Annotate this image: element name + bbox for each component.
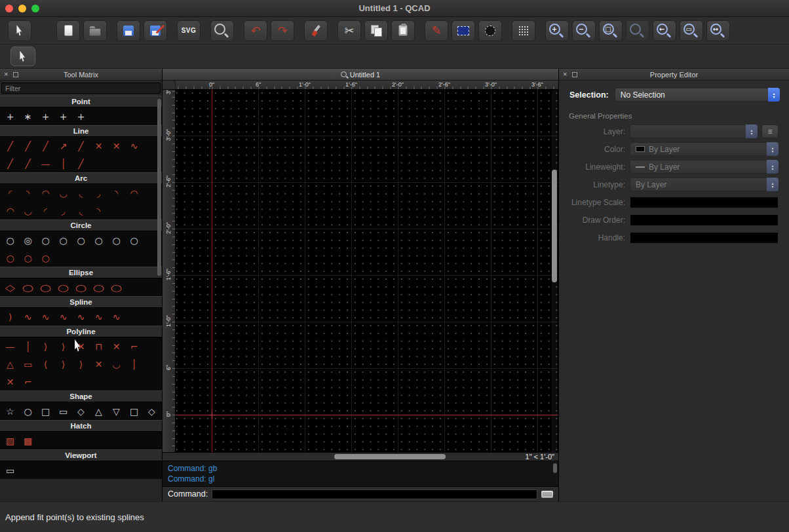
circle-tool-icon[interactable]: ○ [1,233,19,248]
circle-tool-icon[interactable]: ○ [107,233,125,248]
selection-rectangle-button[interactable] [452,20,475,41]
close-panel-icon[interactable]: × [4,71,8,78]
save-as-button[interactable] [144,20,167,41]
shape-tool-icon[interactable]: □ [125,404,143,419]
new-file-button[interactable] [56,20,80,41]
shape-tool-icon[interactable]: △ [90,404,107,419]
linetype-dropdown[interactable]: By Layer ▴▾ [630,178,779,191]
tool-filter-input[interactable] [1,83,161,94]
polyline-tool-icon[interactable]: ⟩ [54,356,72,372]
line-tool-icon[interactable]: ╱ [19,138,37,154]
point-tool-icon[interactable]: + [1,109,19,124]
lineweight-dropdown[interactable]: By Layer ▴▾ [630,160,779,174]
polyline-tool-icon[interactable]: │ [125,356,143,372]
history-scrollbar[interactable] [553,463,557,473]
spline-tool-icon[interactable]: ∿ [19,309,37,325]
point-tool-icon[interactable]: + [72,109,90,124]
tool-matrix-scrollbar[interactable] [157,99,161,276]
polyline-tool-icon[interactable]: ⟩ [37,339,54,354]
arc-tool-icon[interactable]: ◟ [72,185,90,201]
shape-tool-icon[interactable]: ◇ [143,404,161,419]
polyline-tool-icon[interactable]: │ [19,339,37,354]
arc-tool-icon[interactable]: ◝ [90,203,107,219]
property-pen-button[interactable]: ✎ [425,20,448,41]
line-tool-icon[interactable]: ╱ [72,138,90,154]
point-tool-icon[interactable]: ∗ [19,109,37,124]
arc-tool-icon[interactable]: ◝ [19,185,37,201]
arc-tool-icon[interactable]: ◜ [37,203,54,219]
canvas-vertical-scrollbar[interactable] [552,90,557,452]
float-panel-icon[interactable] [13,72,18,77]
circle-tool-icon[interactable]: ○ [54,233,72,248]
handle-input[interactable] [630,232,779,244]
shape-tool-icon[interactable]: □ [37,404,54,419]
arc-tool-icon[interactable]: ◞ [54,203,72,219]
spline-tool-icon[interactable]: ) [1,309,19,325]
save-button[interactable] [117,20,140,41]
draw-order-input[interactable] [630,214,779,226]
cut-button[interactable]: ✂ [337,20,361,41]
layer-list-button[interactable]: ≡ [761,124,779,138]
shape-tool-icon[interactable]: ○ [19,404,37,419]
arc-tool-icon[interactable]: ◠ [37,185,54,201]
arc-tool-icon[interactable]: ◞ [90,185,107,201]
polyline-tool-icon[interactable]: ◡ [107,356,125,372]
zoom-pan-button[interactable]: ↔ [706,20,730,41]
line-tool-icon[interactable]: ∿ [125,138,143,154]
point-tool-icon[interactable]: + [37,109,54,124]
circle-tool-icon[interactable]: ○ [37,250,54,266]
ellipse-tool-icon[interactable]: ○ [104,280,129,295]
draw-circle-button[interactable] [478,20,502,41]
line-tool-icon[interactable]: ╱ [19,156,37,172]
command-options-icon[interactable] [541,491,553,498]
arc-tool-icon[interactable]: ◝ [107,185,125,201]
draw-freehand-brush-button[interactable] [304,20,328,41]
spline-tool-icon[interactable]: ∿ [107,309,125,325]
viewport-tool-icon[interactable]: ▭ [1,463,19,478]
arc-tool-icon[interactable]: ◠ [125,185,143,201]
document-tab[interactable]: Untitled 1 [163,69,558,81]
circle-tool-icon[interactable]: ○ [125,233,143,248]
polyline-tool-icon[interactable]: ⟨ [37,356,54,372]
linetype-scale-input[interactable] [630,197,779,208]
circle-tool-icon[interactable]: ○ [1,250,19,266]
polyline-tool-icon[interactable]: ⌐ [125,339,143,354]
circle-tool-icon[interactable]: ○ [19,250,37,266]
polyline-tool-icon[interactable]: ✕ [72,339,90,354]
zoom-in-button[interactable]: + [545,20,569,41]
polyline-tool-icon[interactable]: ✕ [90,356,107,372]
export-svg-button[interactable]: SVG [177,20,201,41]
spline-tool-icon[interactable]: ∿ [54,309,72,325]
circle-tool-icon[interactable]: ○ [90,233,107,248]
color-dropdown[interactable]: By Layer ▴▾ [630,142,779,156]
float-panel-icon[interactable] [572,72,577,77]
zoom-current-button[interactable] [626,20,649,41]
close-panel-icon[interactable]: × [563,71,567,78]
shape-tool-icon[interactable]: ☆ [1,404,19,419]
zoom-auto-button[interactable]: □ [599,20,623,41]
paste-button[interactable] [391,20,415,41]
line-tool-icon[interactable]: ╱ [1,156,19,172]
arc-tool-icon[interactable]: ◡ [19,203,37,219]
print-preview-button[interactable] [210,20,234,41]
circle-tool-icon[interactable]: ○ [72,233,90,248]
polyline-tool-icon[interactable]: ✕ [1,374,19,390]
line-tool-icon[interactable]: — [37,156,54,172]
command-input[interactable] [212,489,537,499]
zoom-window-button[interactable]: ▭ [680,20,703,41]
line-tool-icon[interactable]: ╱ [72,156,90,172]
arc-tool-icon[interactable]: ◠ [1,203,19,219]
polyline-tool-icon[interactable]: — [1,339,19,354]
circle-tool-icon[interactable]: ○ [37,233,54,248]
polyline-tool-icon[interactable]: ⌐ [19,374,37,390]
polyline-tool-icon[interactable]: △ [1,356,19,372]
arc-tool-icon[interactable]: ◡ [54,185,72,201]
selection-dropdown[interactable]: No Selection ▴▾ [615,88,780,102]
line-tool-icon[interactable]: ✕ [107,138,125,154]
line-tool-icon[interactable]: ↗ [54,138,72,154]
undo-button[interactable]: ↶ [244,20,267,41]
polyline-tool-icon[interactable]: ⟩ [54,339,72,354]
canvas-horizontal-scrollbar[interactable] [166,454,519,459]
line-tool-icon[interactable]: ╱ [1,138,19,154]
polyline-tool-icon[interactable]: ✕ [107,339,125,354]
